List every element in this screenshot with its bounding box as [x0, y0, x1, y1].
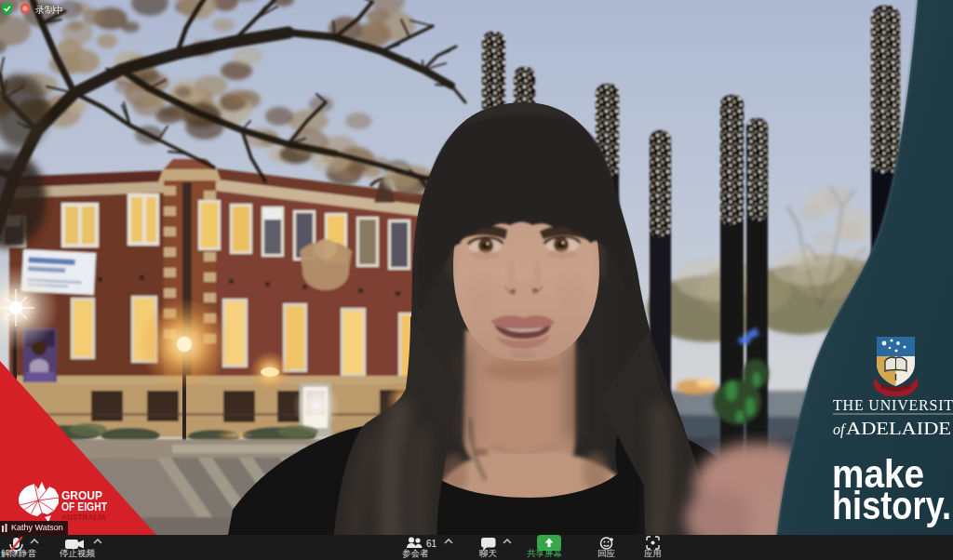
svg-text:THE UNIVERSITY: THE UNIVERSITY	[833, 397, 953, 413]
svg-text:AUSTRALIA: AUSTRALIA	[61, 512, 106, 522]
svg-text:ADELAIDE: ADELAIDE	[846, 419, 951, 438]
svg-text:history.: history.	[832, 484, 951, 527]
